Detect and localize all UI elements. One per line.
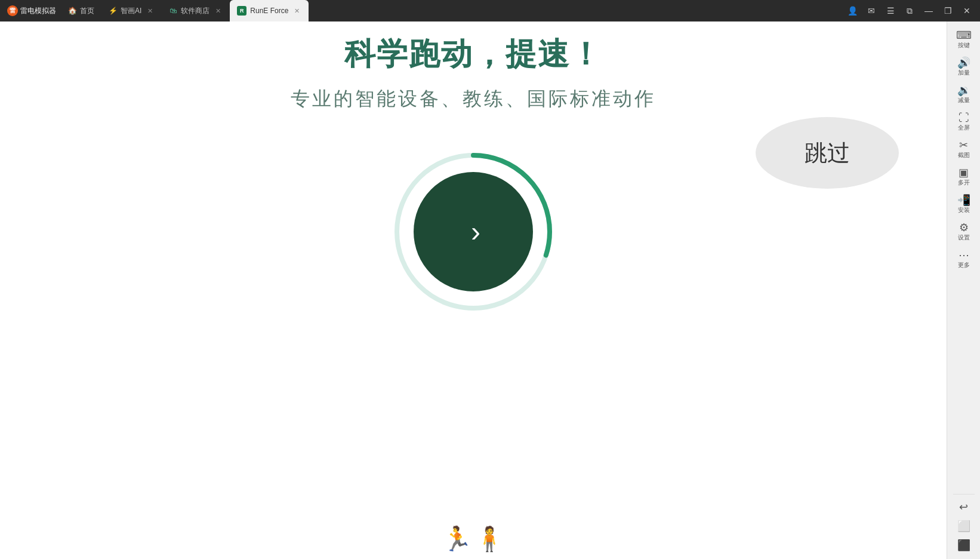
skip-label: 跳过 (805, 138, 850, 168)
chevron-right-icon: › (471, 217, 480, 246)
rune-tab-label: RunE Force (250, 7, 288, 15)
subtitle-text: 专业的智能设备、教练、国际标准动作 (291, 86, 656, 112)
skip-button[interactable]: 跳过 (756, 117, 899, 189)
multi-open-icon: ▣ (959, 167, 969, 178)
home-btn-icon: ⬜ (957, 521, 970, 532)
sidebar-item-more[interactable]: ⋯ 更多 (950, 246, 978, 272)
home-tab-label: 首页 (80, 6, 94, 16)
restore-small-btn[interactable]: ⧉ (901, 2, 918, 19)
headline-text: 科学跑动，提速！ (344, 33, 602, 75)
app-content: 科学跑动，提速！ 专业的智能设备、教练、国际标准动作 跳过 › (0, 22, 947, 559)
more-icon: ⋯ (959, 250, 969, 260)
progress-circle-container: › (390, 148, 557, 315)
rune-tab-icon: R (237, 6, 246, 16)
more-label: 更多 (958, 262, 970, 269)
window-controls: 👤 ✉ ☰ ⧉ — ❐ ✕ (844, 2, 980, 19)
sidebar-divider-1 (953, 494, 975, 494)
sidebar-item-recent[interactable]: ⬛ (950, 536, 978, 554)
bottom-figure: 🏃 🧍 (442, 525, 504, 553)
figure-person-2: 🧍 (474, 525, 504, 553)
volume-down-label: 减量 (958, 97, 970, 104)
screenshot-label: 截图 (958, 152, 970, 159)
back-icon: ↩ (959, 502, 968, 512)
ai-tab-icon: ⚡ (109, 7, 117, 15)
buttons-label: 按键 (958, 42, 970, 49)
close-btn[interactable]: ✕ (959, 2, 975, 19)
sidebar-item-home-btn[interactable]: ⬜ (950, 517, 978, 535)
ai-tab-label: 智画AI (121, 6, 141, 16)
sidebar-bottom: ↩ ⬜ ⬛ (950, 492, 978, 554)
right-sidebar: ⌨ 按键 🔊 加量 🔉 减量 ⛶ 全屏 ✂ 截图 ▣ 多开 📲 安装 ⚙ (947, 22, 980, 559)
install-label: 安装 (958, 207, 970, 214)
volume-up-icon: 🔊 (957, 57, 970, 68)
next-button[interactable]: › (414, 172, 533, 291)
sidebar-item-volume-up[interactable]: 🔊 加量 (950, 54, 978, 80)
recent-icon: ⬛ (957, 540, 970, 551)
main-area: 科学跑动，提速！ 专业的智能设备、教练、国际标准动作 跳过 › (0, 22, 980, 559)
figure-person-1: 🏃 (442, 525, 472, 553)
app-name: 雷电模拟器 (20, 6, 56, 16)
sidebar-item-back[interactable]: ↩ (950, 498, 978, 516)
settings-icon: ⚙ (959, 222, 969, 233)
sidebar-item-multi-open[interactable]: ▣ 多开 (950, 164, 978, 190)
content-area: 科学跑动，提速！ 专业的智能设备、教练、国际标准动作 跳过 › (0, 22, 947, 559)
sidebar-item-settings[interactable]: ⚙ 设置 (950, 219, 978, 245)
tab-home[interactable]: 🏠 首页 (61, 0, 101, 22)
fullscreen-icon: ⛶ (959, 112, 969, 123)
fullscreen-label: 全屏 (958, 124, 970, 131)
screenshot-icon: ✂ (959, 140, 968, 150)
tab-store[interactable]: 🛍 软件商店 ✕ (162, 0, 230, 22)
maximize-btn[interactable]: ❐ (939, 2, 956, 19)
rune-tab-close[interactable]: ✕ (292, 6, 301, 16)
store-tab-icon: 🛍 (169, 7, 177, 15)
ai-tab-close[interactable]: ✕ (145, 6, 155, 16)
user-icon-btn[interactable]: 👤 (844, 2, 861, 19)
minimize-btn[interactable]: — (920, 2, 937, 19)
app-logo-icon: 雷 (7, 5, 18, 16)
title-bar-left: 雷 雷电模拟器 🏠 首页 ⚡ 智画AI ✕ 🛍 软件商店 ✕ R (2, 0, 844, 22)
volume-up-label: 加量 (958, 69, 970, 76)
sidebar-item-buttons[interactable]: ⌨ 按键 (950, 26, 978, 53)
tab-rune[interactable]: R RunE Force ✕ (230, 0, 309, 22)
multi-open-label: 多开 (958, 179, 970, 186)
mail-icon-btn[interactable]: ✉ (863, 2, 880, 19)
store-tab-close[interactable]: ✕ (213, 6, 223, 16)
sidebar-item-volume-down[interactable]: 🔉 减量 (950, 81, 978, 108)
app-logo-area: 雷 雷电模拟器 (2, 5, 61, 16)
install-icon: 📲 (957, 195, 970, 205)
sidebar-item-install[interactable]: 📲 安装 (950, 191, 978, 217)
volume-down-icon: 🔉 (957, 85, 970, 96)
settings-label: 设置 (958, 234, 970, 241)
sidebar-item-fullscreen[interactable]: ⛶ 全屏 (950, 109, 978, 135)
menu-btn[interactable]: ☰ (882, 2, 899, 19)
tab-bar: 🏠 首页 ⚡ 智画AI ✕ 🛍 软件商店 ✕ R RunE Force ✕ (61, 0, 309, 22)
sidebar-item-screenshot[interactable]: ✂ 截图 (950, 136, 978, 162)
home-tab-icon: 🏠 (68, 7, 76, 15)
store-tab-label: 软件商店 (181, 6, 209, 16)
title-bar: 雷 雷电模拟器 🏠 首页 ⚡ 智画AI ✕ 🛍 软件商店 ✕ R (0, 0, 980, 22)
tab-ai[interactable]: ⚡ 智画AI ✕ (101, 0, 162, 22)
buttons-icon: ⌨ (956, 30, 972, 41)
